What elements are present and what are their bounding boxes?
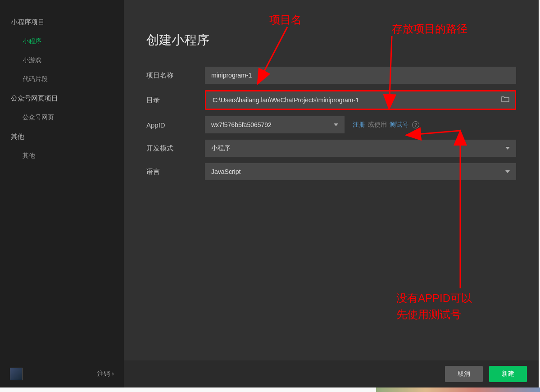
project-name-input[interactable] (205, 67, 516, 84)
chevron-down-icon (334, 123, 338, 126)
bottom-decoration (376, 387, 540, 392)
bottom-bar: 取消 新建 (124, 360, 539, 387)
language-label: 语言 (146, 168, 205, 176)
chevron-down-icon (505, 147, 510, 150)
sidebar-section-miniprogram: 小程序项目 (0, 13, 124, 32)
dev-mode-label: 开发模式 (146, 144, 205, 153)
create-form: 项目名称 目录 AppID wx7f576b5fa5065792 (124, 67, 539, 187)
dev-mode-value: 小程序 (211, 144, 230, 152)
appid-value: wx7f576b5fa5065792 (211, 121, 272, 128)
sidebar-item-official-account-web[interactable]: 公众号网页 (0, 108, 124, 127)
sidebar-item-other[interactable]: 其他 (0, 146, 124, 165)
test-account-link[interactable]: 测试号 (390, 121, 408, 129)
chevron-down-icon (505, 170, 510, 173)
dev-mode-select[interactable]: 小程序 (205, 140, 516, 157)
user-avatar-icon[interactable] (10, 368, 23, 380)
project-name-label: 项目名称 (146, 71, 205, 80)
sidebar-section-official-account: 公众号网页项目 (0, 89, 124, 108)
sidebar-item-minigame[interactable]: 小游戏 (0, 51, 124, 70)
main-header: 创建小程序 (124, 0, 539, 67)
or-use-text: 或使用 (368, 121, 387, 129)
directory-input-wrapper (205, 90, 516, 110)
sidebar-item-miniprogram[interactable]: 小程序 (0, 32, 124, 51)
sidebar-item-code-snippet[interactable]: 代码片段 (0, 70, 124, 89)
sidebar-footer: 注销 › (0, 360, 124, 387)
directory-label: 目录 (146, 96, 205, 105)
appid-row: AppID wx7f576b5fa5065792 注册 或使用 测试号 ? (146, 116, 516, 133)
app-window: 小程序项目 小程序 小游戏 代码片段 公众号网页项目 公众号网页 其他 其他 注… (0, 0, 539, 387)
language-value: JavaScript (211, 168, 241, 175)
logout-link[interactable]: 注销 › (97, 370, 114, 378)
dev-mode-row: 开发模式 小程序 (146, 140, 516, 157)
cancel-button[interactable]: 取消 (445, 366, 483, 382)
main-content: 创建小程序 项目名称 目录 AppID wx7f576b5fa50657 (124, 0, 539, 387)
register-link[interactable]: 注册 (353, 121, 365, 129)
sidebar-section-other: 其他 (0, 127, 124, 146)
project-name-row: 项目名称 (146, 67, 516, 84)
page-title: 创建小程序 (146, 32, 516, 49)
sidebar: 小程序项目 小程序 小游戏 代码片段 公众号网页项目 公众号网页 其他 其他 注… (0, 0, 124, 387)
language-select[interactable]: JavaScript (205, 163, 516, 180)
create-button[interactable]: 新建 (489, 366, 527, 382)
language-row: 语言 JavaScript (146, 163, 516, 180)
help-icon[interactable]: ? (412, 121, 419, 128)
appid-extra-links: 注册 或使用 测试号 ? (353, 121, 419, 129)
directory-input[interactable] (206, 91, 515, 109)
directory-row: 目录 (146, 90, 516, 110)
appid-label: AppID (146, 121, 205, 129)
appid-select[interactable]: wx7f576b5fa5065792 (205, 116, 345, 133)
